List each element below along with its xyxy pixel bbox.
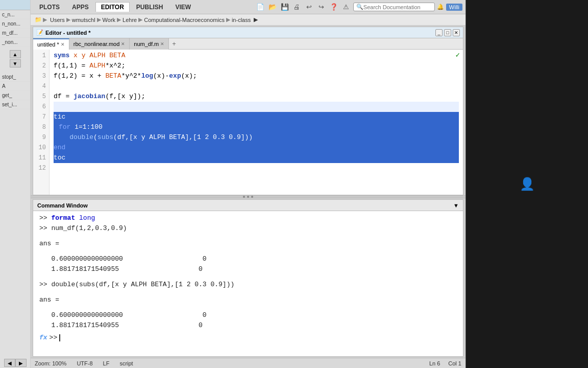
line-numbers: 1 2 3 4 5 6 7 8 9 10 11 12 (33, 50, 50, 195)
new-file-icon[interactable]: 📄 (255, 2, 265, 12)
code-line-9: double(subs(df,[x y ALPH BETA],[1 2 0.3 … (54, 132, 459, 143)
editor-close-button[interactable]: ✕ (453, 29, 460, 36)
editor-tab-untitled[interactable]: untitled * ✕ (33, 38, 69, 50)
bell-icon[interactable]: 🔔 (437, 4, 444, 10)
undo-icon[interactable]: ↩ (304, 2, 314, 12)
sidebar-header (0, 0, 30, 10)
cmd-ans-2: ans = (39, 295, 457, 305)
status-eol: LF (103, 360, 110, 366)
code-line-12 (54, 163, 459, 173)
open-file-icon[interactable]: 📂 (267, 2, 278, 12)
sidebar-item-6[interactable]: A (0, 82, 30, 91)
sidebar-item-2[interactable]: n_non... (0, 19, 30, 29)
breadcrumb-wmutschl[interactable]: wmutschl (72, 17, 95, 23)
code-line-3: f(1,2) = x + BETA*y^2*log(x)-exp(x); (54, 71, 459, 81)
scroll-up-button[interactable]: ▲ (10, 50, 21, 58)
panel-splitter[interactable] (31, 195, 465, 198)
breadcrumb-arrow: ▶ (43, 16, 47, 23)
status-mode: script (119, 360, 133, 366)
cmd-ans-1: ans = (39, 239, 457, 249)
tab-apps[interactable]: APPS (66, 2, 94, 12)
code-line-5: df = jacobian(f,[x y]); (54, 91, 459, 102)
tab-plots[interactable]: PLOTS (34, 2, 65, 12)
sidebar-item-7[interactable]: get_ (0, 91, 30, 100)
editor-panel: 📝 Editor - untitled * _ □ ✕ untitled * ✕ (33, 27, 463, 195)
tab-publish[interactable]: PUBLISH (131, 2, 169, 12)
cmd-val-1-2: 1.881718171540955 0 (39, 264, 457, 274)
cmd-val-2-1: 0.6000000000000000 0 (39, 310, 457, 320)
command-window: Command Window ▼ >> format long >> num_d… (33, 199, 463, 357)
tab-view[interactable]: VIEW (170, 2, 197, 12)
breadcrumb-in-class[interactable]: in-class (232, 17, 251, 23)
sidebar-scroll-controls: ▲ ▼ (0, 49, 30, 68)
editor-tab-numdf[interactable]: num_df.m ✕ (130, 38, 169, 50)
left-sidebar: c_n... n_non... m_df... _non... ▲ ▼ stop… (0, 0, 31, 368)
tab-close-rbc[interactable]: ✕ (121, 41, 125, 47)
code-area[interactable]: 1 2 3 4 5 6 7 8 9 10 11 12 (33, 50, 463, 195)
add-tab-button[interactable]: + (169, 39, 179, 49)
sidebar-bottom-control: ◀ ▶ (0, 358, 30, 368)
toolbar-icons: 📄 📂 💾 🖨 ↩ ↪ ❓ ⚠ 🔍 🔔 Willi (255, 2, 462, 12)
fx-icon: fx (39, 334, 47, 341)
editor-minimize-button[interactable]: _ (435, 29, 443, 36)
code-line-10: end (54, 143, 459, 153)
code-line-1: syms x y ALPH BETA (54, 51, 459, 61)
scroll-down-button[interactable]: ▼ (10, 59, 21, 67)
sidebar-items-list: c_n... n_non... m_df... _non... (0, 10, 30, 47)
sidebar-expand-button[interactable]: ▶ (15, 359, 27, 367)
toolbar-tabs: PLOTS APPS EDITOR PUBLISH VIEW (34, 2, 197, 12)
webcam-placeholder: 👤 (520, 177, 535, 191)
user-menu[interactable]: Willi (446, 4, 462, 11)
cmd-line-format: >> format long (39, 213, 457, 223)
tab-editor[interactable]: EDITOR (95, 2, 130, 12)
breadcrumb-comp-macro[interactable]: Computational-Macroeconomics (144, 17, 225, 23)
editor-tab-rbc[interactable]: rbc_nonlinear.mod ✕ (69, 38, 130, 50)
sidebar-item-4[interactable]: _non... (0, 38, 30, 47)
breadcrumb-users[interactable]: Users (50, 17, 65, 23)
code-line-11: toc (54, 153, 459, 163)
cmd-val-2-2: 1.881718171540955 0 (39, 320, 457, 331)
cmd-prompt-symbol[interactable]: >> (50, 334, 58, 341)
syntax-ok-icon: ✓ (456, 51, 460, 59)
editor-titlebar-controls: _ □ ✕ (435, 29, 460, 36)
search-input[interactable] (363, 4, 434, 10)
code-content[interactable]: syms x y ALPH BETA f(1,1) = ALPH*x^2; f(… (50, 50, 463, 195)
status-bar: Zoom: 100% UTF-8 LF script Ln 6 Col 1 (31, 358, 465, 368)
warning-icon[interactable]: ⚠ (341, 2, 351, 12)
print-icon[interactable]: 🖨 (292, 2, 302, 12)
search-box[interactable]: 🔍 (353, 3, 435, 11)
help-icon[interactable]: ❓ (329, 2, 339, 12)
code-line-7: tic (54, 112, 459, 122)
editor-doc-icon: 📝 (36, 29, 43, 36)
save-icon[interactable]: 💾 (280, 2, 290, 12)
sidebar-collapse-button[interactable]: ◀ (4, 359, 15, 367)
webcam-area: 👤 (465, 0, 588, 368)
tab-close-untitled[interactable]: ✕ (61, 42, 65, 47)
command-window-titlebar: Command Window ▼ (33, 200, 463, 211)
code-line-2: f(1,1) = ALPH*x^2; (54, 61, 459, 71)
code-line-8: for i=1:100 (54, 122, 459, 132)
sidebar-item-5[interactable]: stopt_ (0, 73, 30, 82)
redo-icon[interactable]: ↪ (316, 2, 327, 12)
editor-tabs: untitled * ✕ rbc_nonlinear.mod ✕ num_df.… (33, 38, 463, 50)
breadcrumb-work[interactable]: Work (103, 17, 115, 23)
command-window-title: Command Window (37, 202, 88, 209)
status-encoding: UTF-8 (77, 360, 92, 366)
sidebar-item-8[interactable]: set_i... (0, 100, 30, 109)
workspace: PLOTS APPS EDITOR PUBLISH VIEW 📄 📂 💾 🖨 ↩… (31, 0, 465, 368)
sidebar-item-1[interactable]: c_n... (0, 10, 30, 19)
tab-close-numdf[interactable]: ✕ (160, 41, 164, 47)
breadcrumb-folder-icon: 📁 (35, 16, 42, 23)
panels-container: 📝 Editor - untitled * _ □ ✕ untitled * ✕ (31, 26, 465, 358)
command-window-content[interactable]: >> format long >> num_df(1,2,0.3,0.9) an… (33, 211, 463, 356)
breadcrumb-nav-icon[interactable]: ▶ (254, 16, 258, 23)
sidebar-items-list-2: stopt_ A get_ set_i... (0, 73, 30, 109)
sidebar-item-3[interactable]: m_df... (0, 29, 30, 38)
editor-titlebar: 📝 Editor - untitled * _ □ ✕ (33, 27, 463, 38)
cmd-cursor[interactable] (59, 334, 60, 341)
command-window-collapse[interactable]: ▼ (453, 202, 459, 209)
cmd-prompt-row: fx >> (39, 334, 457, 341)
breadcrumb-lehre[interactable]: Lehre (122, 17, 137, 23)
breadcrumb: 📁 ▶ Users ▶ wmutschl ▶ Work ▶ Lehre ▶ Co… (31, 14, 465, 26)
editor-maximize-button[interactable]: □ (444, 29, 451, 36)
